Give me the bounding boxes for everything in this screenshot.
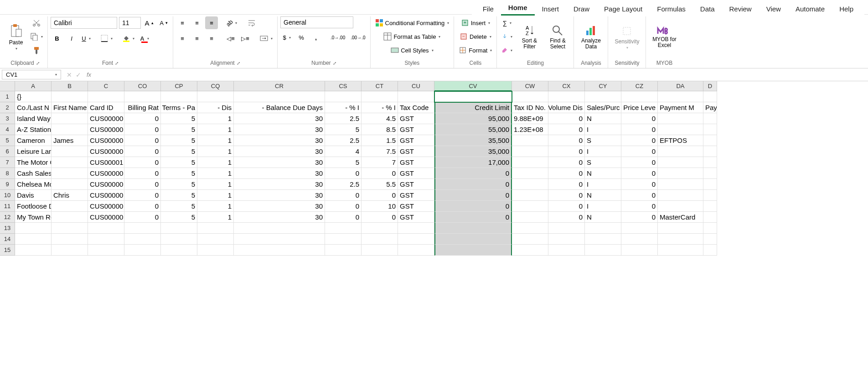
row-header-7[interactable]: 7 (0, 157, 15, 168)
cell-CP6[interactable]: 5 (161, 146, 197, 157)
cell-CP14[interactable] (161, 234, 197, 245)
cell-C6[interactable]: CUS00000 (88, 146, 124, 157)
insert-cells-button[interactable]: +Insert▾ (457, 16, 494, 29)
cell-CW5[interactable] (512, 135, 548, 146)
cell-CX2[interactable]: Volume Dis (548, 102, 585, 113)
increase-indent-button[interactable]: ▷≡ (239, 32, 252, 45)
font-name-select[interactable] (51, 17, 117, 29)
clipboard-dialog[interactable]: ⤢ (36, 61, 40, 66)
cell-CW9[interactable] (512, 179, 548, 190)
bold-button[interactable]: B (51, 32, 63, 45)
cell-CV2[interactable]: Credit Limit (434, 102, 512, 113)
tab-file[interactable]: File (475, 2, 501, 16)
cell-DA15[interactable] (658, 245, 703, 256)
cell-B6[interactable] (52, 146, 88, 157)
col-header-CU[interactable]: CU (398, 81, 434, 91)
cell-A1[interactable]: {} (15, 91, 52, 102)
cell-C12[interactable]: CUS00000 (88, 212, 124, 223)
cell-C2[interactable]: Card ID (88, 102, 124, 113)
cell-CP1[interactable] (161, 91, 197, 102)
col-header-CS[interactable]: CS (325, 81, 362, 91)
fx-icon[interactable]: fx (87, 71, 91, 78)
cell-B3[interactable] (52, 113, 88, 124)
cell-CS5[interactable]: 2.5 (325, 135, 362, 146)
increase-decimal-button[interactable]: .0→.00 (329, 31, 347, 44)
row-header-1[interactable]: 1 (0, 91, 15, 102)
cell-DA9[interactable] (658, 179, 703, 190)
cell-CS6[interactable]: 4 (325, 146, 362, 157)
cell-CO1[interactable] (124, 91, 161, 102)
cell-CU13[interactable] (398, 223, 434, 234)
cell-CU5[interactable]: GST (398, 135, 434, 146)
cell-A13[interactable] (15, 223, 52, 234)
cell-DA4[interactable] (658, 124, 703, 135)
cell-CP2[interactable]: Terms - Pa (161, 102, 197, 113)
col-header-DA[interactable]: DA (658, 81, 703, 91)
cell-C9[interactable]: CUS00000 (88, 179, 124, 190)
col-header-C[interactable]: C (88, 81, 124, 91)
col-header-CW[interactable]: CW (512, 81, 548, 91)
cell-CQ10[interactable]: 1 (197, 190, 234, 201)
cell-CS11[interactable]: 0 (325, 201, 362, 212)
tab-data[interactable]: Data (693, 2, 722, 16)
tab-review[interactable]: Review (722, 2, 759, 16)
cell-D11[interactable] (703, 201, 717, 212)
tab-draw[interactable]: Draw (566, 2, 597, 16)
cell-A4[interactable]: A-Z Stationery Suppli (15, 124, 52, 135)
cell-CR9[interactable]: 30 (234, 179, 325, 190)
cell-A9[interactable]: Chelsea Mosset (15, 179, 52, 190)
cell-CU12[interactable]: GST (398, 212, 434, 223)
cell-C13[interactable] (88, 223, 124, 234)
cell-CW13[interactable] (512, 223, 548, 234)
cell-CP15[interactable] (161, 245, 197, 256)
cell-CR2[interactable]: - Balance Due Days (234, 102, 325, 113)
cell-CU14[interactable] (398, 234, 434, 245)
cell-CW4[interactable]: 1.23E+08 (512, 124, 548, 135)
col-header-CZ[interactable]: CZ (621, 81, 658, 91)
cell-CO5[interactable]: 0 (124, 135, 161, 146)
cell-A5[interactable]: Cameron (15, 135, 52, 146)
cell-C3[interactable]: CUS00000 (88, 113, 124, 124)
cell-C14[interactable] (88, 234, 124, 245)
cell-CW2[interactable]: Tax ID No. (512, 102, 548, 113)
cell-C1[interactable] (88, 91, 124, 102)
cell-CQ15[interactable] (197, 245, 234, 256)
cell-CT13[interactable] (362, 223, 398, 234)
cell-CY8[interactable]: N (585, 168, 621, 179)
col-header-CR[interactable]: CR (234, 81, 325, 91)
cell-CO6[interactable]: 0 (124, 146, 161, 157)
cell-CU4[interactable]: GST (398, 124, 434, 135)
orientation-button[interactable]: ab▾ (224, 16, 239, 29)
cell-CX6[interactable]: 0 (548, 146, 585, 157)
cell-A15[interactable] (15, 245, 52, 256)
cell-CV4[interactable]: 55,000 (434, 124, 512, 135)
cell-DA2[interactable]: Payment M (658, 102, 703, 113)
cell-CY4[interactable]: I (585, 124, 621, 135)
cell-CV10[interactable]: 0 (434, 190, 512, 201)
cell-CO3[interactable]: 0 (124, 113, 161, 124)
cell-B13[interactable] (52, 223, 88, 234)
cell-CP7[interactable]: 5 (161, 157, 197, 168)
cell-CR1[interactable] (234, 91, 325, 102)
row-header-13[interactable]: 13 (0, 223, 15, 234)
cell-CT2[interactable]: - % I (362, 102, 398, 113)
cell-CO9[interactable]: 0 (124, 179, 161, 190)
cell-B9[interactable] (52, 179, 88, 190)
comma-button[interactable]: , (310, 31, 322, 44)
cell-CZ14[interactable] (621, 234, 658, 245)
cell-CS3[interactable]: 2.5 (325, 113, 362, 124)
cell-CQ8[interactable]: 1 (197, 168, 234, 179)
cell-CQ6[interactable]: 1 (197, 146, 234, 157)
cell-CZ5[interactable]: 0 (621, 135, 658, 146)
cell-B12[interactable] (52, 212, 88, 223)
col-header-CV[interactable]: CV (434, 81, 512, 91)
cell-C4[interactable]: CUS00000 (88, 124, 124, 135)
formula-input[interactable] (95, 74, 868, 76)
cell-D2[interactable]: Payn (703, 102, 717, 113)
cell-D1[interactable] (703, 91, 717, 102)
borders-button[interactable]: ▾ (99, 32, 114, 45)
cell-CO4[interactable]: 0 (124, 124, 161, 135)
cell-A7[interactable]: The Motor Company (15, 157, 52, 168)
cell-CW7[interactable] (512, 157, 548, 168)
wrap-text-button[interactable] (245, 16, 258, 29)
